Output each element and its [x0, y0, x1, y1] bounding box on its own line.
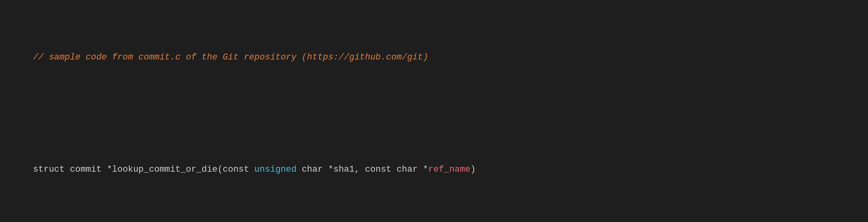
- func-sig-mid: char *sha1, const char *: [297, 165, 428, 174]
- func-sig-start: struct commit *lookup_commit_or_die(cons…: [33, 165, 255, 174]
- blank-line-1: [12, 106, 856, 120]
- code-line-open-brace: {: [12, 219, 856, 222]
- comment-text: // sample code from commit.c of the Git …: [33, 52, 428, 62]
- comment-line: // sample code from commit.c of the Git …: [12, 36, 856, 78]
- code-line-func-sig: struct commit *lookup_commit_or_die(cons…: [12, 149, 856, 191]
- ref-name-param-1: ref_name: [428, 165, 471, 174]
- unsigned-keyword: unsigned: [254, 165, 297, 174]
- code-container: // sample code from commit.c of the Git …: [12, 8, 856, 222]
- func-sig-end: ): [471, 165, 476, 174]
